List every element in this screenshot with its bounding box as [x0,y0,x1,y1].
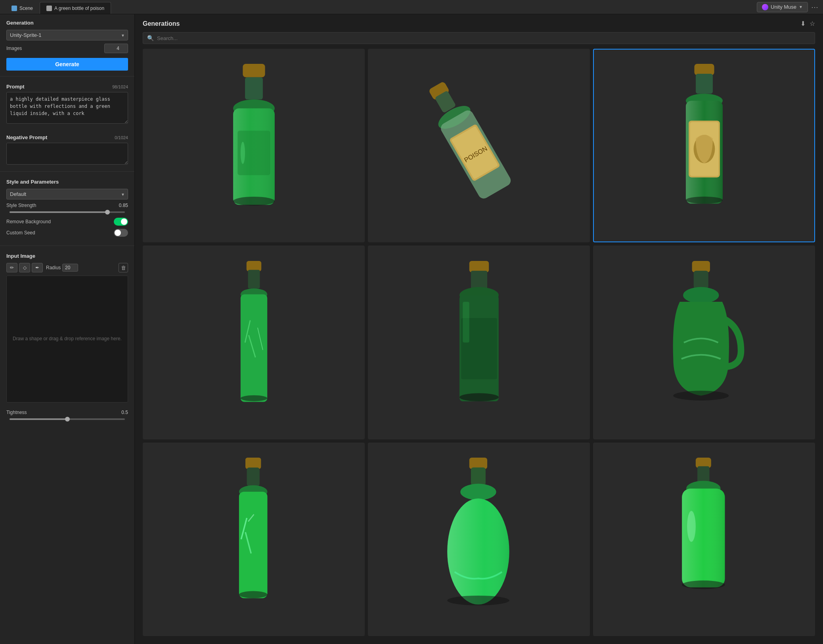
tightness-value: 0.5 [112,410,128,415]
image-cell-2[interactable]: POISON [368,49,590,242]
svg-rect-40 [692,261,710,272]
radius-input[interactable] [62,264,78,272]
remove-bg-knob [121,218,127,225]
svg-rect-0 [243,64,265,77]
svg-point-64 [682,581,725,589]
style-strength-row: Style Strength 0.85 [6,203,128,208]
style-strength-fill [10,211,107,213]
neg-prompt-counter: 0/1024 [115,135,128,140]
style-strength-value: 0.85 [112,203,128,208]
svg-rect-45 [247,468,259,486]
generation-section: Generation Unity-Sprite-1 ▼ Images Gener… [0,14,134,75]
search-bar: 🔍 [143,32,815,44]
svg-rect-39 [463,302,469,343]
svg-point-56 [447,498,509,605]
tab-scene[interactable]: Scene [5,2,40,14]
model-select[interactable]: Unity-Sprite-1 [6,30,128,40]
star-button[interactable]: ☆ [810,20,815,27]
style-strength-thumb[interactable] [105,210,110,215]
unity-muse-button[interactable]: Unity Muse ▼ [757,2,808,12]
svg-rect-26 [248,270,260,288]
top-bar: Scene A green bottle of poison Unity Mus… [0,0,823,14]
lasso-tool-button[interactable]: ✒ [32,263,43,272]
remove-bg-toggle[interactable] [114,218,128,226]
scene-icon [11,6,17,11]
image-grid: POISON [135,49,823,644]
download-button[interactable]: ⬇ [800,20,806,27]
neg-prompt-title: Negative Prompt [6,134,47,140]
image-cell-6[interactable] [593,245,815,439]
remove-bg-row: Remove Background [6,218,128,226]
model-select-row: Unity-Sprite-1 ▼ [6,30,128,40]
prompt-counter: 98/1024 [112,84,128,89]
image-cell-8[interactable] [368,443,590,636]
prompt-textarea[interactable]: a highly detailed masterpiece glass bott… [6,92,128,124]
svg-point-43 [673,391,729,401]
style-select[interactable]: Default [6,189,128,199]
eraser-tool-button[interactable]: ◇ [19,263,30,272]
custom-seed-toggle[interactable] [114,229,128,237]
tab-poison[interactable]: A green bottle of poison [40,2,111,14]
style-strength-track[interactable] [10,211,125,213]
style-strength-label: Style Strength [6,203,112,208]
custom-seed-row: Custom Seed [6,229,128,237]
images-input[interactable] [104,44,128,53]
tab-scene-label: Scene [19,6,33,11]
pencil-tool-button[interactable]: ✏ [6,263,17,272]
image-cell-9[interactable] [593,443,815,636]
custom-seed-label: Custom Seed [6,230,114,236]
svg-rect-62 [682,489,725,587]
unity-muse-label: Unity Muse [771,4,796,10]
radius-label: Radius [46,265,61,270]
svg-rect-1 [245,77,263,100]
neg-prompt-textarea[interactable] [6,143,128,165]
svg-rect-16 [694,64,714,75]
tightness-section: Tightness 0.5 [0,406,134,423]
custom-seed-knob [115,230,121,236]
chevron-down-icon: ▼ [799,5,803,9]
trash-button[interactable]: 🗑 [119,263,128,272]
image-cell-7[interactable] [143,443,365,636]
svg-point-32 [240,395,267,401]
svg-point-6 [240,142,245,164]
svg-rect-28 [240,294,267,402]
tightness-thumb[interactable] [65,417,70,422]
tab-poison-label: A green bottle of poison [54,6,104,11]
svg-rect-52 [469,458,487,469]
generate-button[interactable]: Generate [6,58,128,71]
prompt-header: Prompt 98/1024 [6,84,128,90]
svg-point-24 [685,197,722,204]
image-cell-5[interactable] [368,245,590,439]
bottle-svg-9 [622,458,787,621]
poison-icon [46,6,52,11]
image-cell-3[interactable] [593,49,815,242]
image-cell-1[interactable] [143,49,365,242]
bottle-svg-7 [171,458,337,621]
svg-point-42 [683,287,719,303]
svg-rect-47 [239,492,267,598]
remove-bg-label: Remove Background [6,219,114,224]
svg-point-63 [687,511,696,542]
tightness-fill [10,418,67,420]
generation-title: Generation [6,20,128,26]
svg-point-57 [447,596,509,606]
svg-rect-25 [246,261,261,271]
main-layout: Generation Unity-Sprite-1 ▼ Images Gener… [0,14,823,644]
search-input[interactable] [157,35,811,41]
dots-button[interactable]: ⋯ [811,3,818,12]
neg-prompt-header: Negative Prompt 0/1024 [6,134,128,140]
svg-rect-34 [471,270,487,288]
svg-point-51 [239,591,267,598]
search-icon: 🔍 [147,35,154,41]
bottle-svg-8 [396,458,562,621]
input-image-canvas[interactable]: Draw a shape or drag & drop reference im… [6,276,128,402]
svg-rect-17 [696,74,713,94]
svg-rect-41 [693,270,708,288]
svg-point-54 [460,484,496,500]
svg-point-7 [233,197,275,205]
input-image-section: Input Image ✏ ◇ ✒ Radius 🗑 Draw a shape … [0,247,134,406]
image-cell-4[interactable] [143,245,365,439]
tightness-track[interactable] [10,418,125,420]
header-icons: ⬇ ☆ [800,20,815,27]
svg-point-38 [459,393,499,401]
